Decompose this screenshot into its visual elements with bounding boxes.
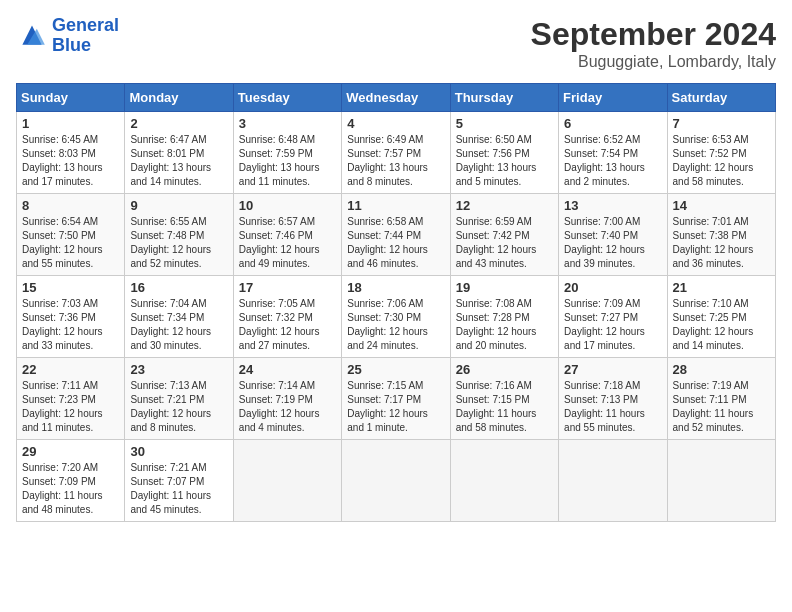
calendar-cell: 1 Sunrise: 6:45 AMSunset: 8:03 PMDayligh… (17, 112, 125, 194)
day-number: 28 (673, 362, 770, 377)
logo-general: General (52, 15, 119, 35)
day-number: 6 (564, 116, 661, 131)
calendar-week-4: 22 Sunrise: 7:11 AMSunset: 7:23 PMDaylig… (17, 358, 776, 440)
day-info: Sunrise: 7:05 AMSunset: 7:32 PMDaylight:… (239, 297, 336, 353)
calendar-cell: 23 Sunrise: 7:13 AMSunset: 7:21 PMDaylig… (125, 358, 233, 440)
calendar-week-2: 8 Sunrise: 6:54 AMSunset: 7:50 PMDayligh… (17, 194, 776, 276)
day-info: Sunrise: 7:20 AMSunset: 7:09 PMDaylight:… (22, 461, 119, 517)
day-number: 17 (239, 280, 336, 295)
calendar-cell: 24 Sunrise: 7:14 AMSunset: 7:19 PMDaylig… (233, 358, 341, 440)
day-number: 25 (347, 362, 444, 377)
day-info: Sunrise: 6:55 AMSunset: 7:48 PMDaylight:… (130, 215, 227, 271)
header-saturday: Saturday (667, 84, 775, 112)
day-info: Sunrise: 7:08 AMSunset: 7:28 PMDaylight:… (456, 297, 553, 353)
day-number: 10 (239, 198, 336, 213)
header-friday: Friday (559, 84, 667, 112)
day-number: 19 (456, 280, 553, 295)
calendar-cell: 7 Sunrise: 6:53 AMSunset: 7:52 PMDayligh… (667, 112, 775, 194)
day-number: 29 (22, 444, 119, 459)
day-number: 2 (130, 116, 227, 131)
calendar-cell: 28 Sunrise: 7:19 AMSunset: 7:11 PMDaylig… (667, 358, 775, 440)
day-info: Sunrise: 7:10 AMSunset: 7:25 PMDaylight:… (673, 297, 770, 353)
calendar-cell: 26 Sunrise: 7:16 AMSunset: 7:15 PMDaylig… (450, 358, 558, 440)
calendar-table: SundayMondayTuesdayWednesdayThursdayFrid… (16, 83, 776, 522)
day-number: 26 (456, 362, 553, 377)
day-info: Sunrise: 7:01 AMSunset: 7:38 PMDaylight:… (673, 215, 770, 271)
day-info: Sunrise: 7:14 AMSunset: 7:19 PMDaylight:… (239, 379, 336, 435)
day-number: 8 (22, 198, 119, 213)
header-monday: Monday (125, 84, 233, 112)
day-number: 9 (130, 198, 227, 213)
day-number: 27 (564, 362, 661, 377)
day-info: Sunrise: 7:13 AMSunset: 7:21 PMDaylight:… (130, 379, 227, 435)
day-number: 13 (564, 198, 661, 213)
day-number: 7 (673, 116, 770, 131)
calendar-cell: 22 Sunrise: 7:11 AMSunset: 7:23 PMDaylig… (17, 358, 125, 440)
day-number: 21 (673, 280, 770, 295)
calendar-cell: 12 Sunrise: 6:59 AMSunset: 7:42 PMDaylig… (450, 194, 558, 276)
day-info: Sunrise: 7:15 AMSunset: 7:17 PMDaylight:… (347, 379, 444, 435)
calendar-cell: 21 Sunrise: 7:10 AMSunset: 7:25 PMDaylig… (667, 276, 775, 358)
day-number: 22 (22, 362, 119, 377)
day-info: Sunrise: 6:54 AMSunset: 7:50 PMDaylight:… (22, 215, 119, 271)
calendar-cell: 20 Sunrise: 7:09 AMSunset: 7:27 PMDaylig… (559, 276, 667, 358)
day-number: 30 (130, 444, 227, 459)
header-tuesday: Tuesday (233, 84, 341, 112)
day-info: Sunrise: 7:19 AMSunset: 7:11 PMDaylight:… (673, 379, 770, 435)
calendar-cell: 13 Sunrise: 7:00 AMSunset: 7:40 PMDaylig… (559, 194, 667, 276)
day-info: Sunrise: 6:45 AMSunset: 8:03 PMDaylight:… (22, 133, 119, 189)
day-number: 24 (239, 362, 336, 377)
day-info: Sunrise: 6:53 AMSunset: 7:52 PMDaylight:… (673, 133, 770, 189)
day-info: Sunrise: 7:09 AMSunset: 7:27 PMDaylight:… (564, 297, 661, 353)
calendar-cell: 9 Sunrise: 6:55 AMSunset: 7:48 PMDayligh… (125, 194, 233, 276)
header: General Blue September 2024 Buguggiate, … (16, 16, 776, 71)
title-block: September 2024 Buguggiate, Lombardy, Ita… (531, 16, 776, 71)
calendar-cell: 6 Sunrise: 6:52 AMSunset: 7:54 PMDayligh… (559, 112, 667, 194)
calendar-cell: 27 Sunrise: 7:18 AMSunset: 7:13 PMDaylig… (559, 358, 667, 440)
calendar-cell: 29 Sunrise: 7:20 AMSunset: 7:09 PMDaylig… (17, 440, 125, 522)
day-number: 1 (22, 116, 119, 131)
calendar-week-1: 1 Sunrise: 6:45 AMSunset: 8:03 PMDayligh… (17, 112, 776, 194)
calendar-cell: 5 Sunrise: 6:50 AMSunset: 7:56 PMDayligh… (450, 112, 558, 194)
day-info: Sunrise: 7:11 AMSunset: 7:23 PMDaylight:… (22, 379, 119, 435)
logo: General Blue (16, 16, 119, 56)
calendar-cell: 19 Sunrise: 7:08 AMSunset: 7:28 PMDaylig… (450, 276, 558, 358)
header-wednesday: Wednesday (342, 84, 450, 112)
calendar-week-3: 15 Sunrise: 7:03 AMSunset: 7:36 PMDaylig… (17, 276, 776, 358)
calendar-cell: 10 Sunrise: 6:57 AMSunset: 7:46 PMDaylig… (233, 194, 341, 276)
calendar-cell: 25 Sunrise: 7:15 AMSunset: 7:17 PMDaylig… (342, 358, 450, 440)
calendar-cell (342, 440, 450, 522)
day-info: Sunrise: 7:03 AMSunset: 7:36 PMDaylight:… (22, 297, 119, 353)
day-number: 14 (673, 198, 770, 213)
day-info: Sunrise: 6:50 AMSunset: 7:56 PMDaylight:… (456, 133, 553, 189)
header-sunday: Sunday (17, 84, 125, 112)
day-number: 16 (130, 280, 227, 295)
day-number: 11 (347, 198, 444, 213)
day-number: 15 (22, 280, 119, 295)
day-number: 18 (347, 280, 444, 295)
calendar-cell: 14 Sunrise: 7:01 AMSunset: 7:38 PMDaylig… (667, 194, 775, 276)
logo-icon (16, 22, 48, 50)
calendar-cell: 15 Sunrise: 7:03 AMSunset: 7:36 PMDaylig… (17, 276, 125, 358)
calendar-cell: 11 Sunrise: 6:58 AMSunset: 7:44 PMDaylig… (342, 194, 450, 276)
day-number: 20 (564, 280, 661, 295)
calendar-cell (450, 440, 558, 522)
day-info: Sunrise: 6:49 AMSunset: 7:57 PMDaylight:… (347, 133, 444, 189)
day-info: Sunrise: 6:58 AMSunset: 7:44 PMDaylight:… (347, 215, 444, 271)
day-number: 3 (239, 116, 336, 131)
day-info: Sunrise: 6:52 AMSunset: 7:54 PMDaylight:… (564, 133, 661, 189)
calendar-cell (559, 440, 667, 522)
calendar-header-row: SundayMondayTuesdayWednesdayThursdayFrid… (17, 84, 776, 112)
day-number: 12 (456, 198, 553, 213)
calendar-cell: 8 Sunrise: 6:54 AMSunset: 7:50 PMDayligh… (17, 194, 125, 276)
page-title: September 2024 (531, 16, 776, 53)
calendar-week-5: 29 Sunrise: 7:20 AMSunset: 7:09 PMDaylig… (17, 440, 776, 522)
page-subtitle: Buguggiate, Lombardy, Italy (531, 53, 776, 71)
calendar-cell: 4 Sunrise: 6:49 AMSunset: 7:57 PMDayligh… (342, 112, 450, 194)
day-info: Sunrise: 7:18 AMSunset: 7:13 PMDaylight:… (564, 379, 661, 435)
day-info: Sunrise: 6:48 AMSunset: 7:59 PMDaylight:… (239, 133, 336, 189)
calendar-cell: 16 Sunrise: 7:04 AMSunset: 7:34 PMDaylig… (125, 276, 233, 358)
calendar-cell: 17 Sunrise: 7:05 AMSunset: 7:32 PMDaylig… (233, 276, 341, 358)
day-number: 4 (347, 116, 444, 131)
day-info: Sunrise: 7:04 AMSunset: 7:34 PMDaylight:… (130, 297, 227, 353)
